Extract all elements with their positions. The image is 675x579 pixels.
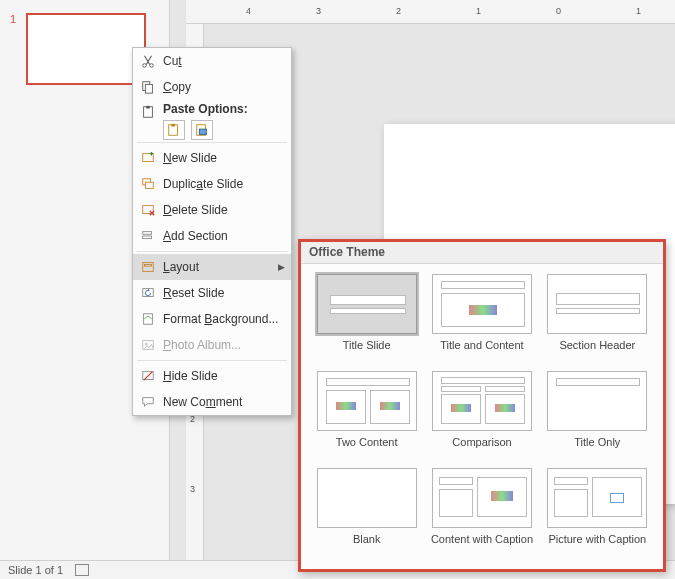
menu-cut[interactable]: Cut — [133, 48, 291, 74]
horizontal-ruler: 4 3 2 1 0 1 — [186, 0, 675, 24]
menu-new-slide[interactable]: New Slide — [133, 145, 291, 171]
layout-title-slide[interactable]: Title Slide — [313, 274, 420, 365]
svg-point-1 — [150, 64, 154, 68]
menu-new-comment[interactable]: New Comment — [133, 389, 291, 415]
format-background-icon — [137, 309, 159, 329]
svg-rect-15 — [143, 236, 152, 239]
layout-blank[interactable]: Blank — [313, 468, 420, 559]
menu-label: Layout — [159, 260, 278, 274]
menu-copy[interactable]: Copy — [133, 74, 291, 100]
photo-album-icon — [137, 335, 159, 355]
ruler-tick: 2 — [396, 6, 401, 16]
layout-flyout: Office Theme Title Slide Title and Conte… — [298, 239, 666, 572]
layout-thumb — [432, 371, 532, 431]
menu-duplicate-slide[interactable]: Duplicate Slide — [133, 171, 291, 197]
ruler-tick: 0 — [556, 6, 561, 16]
menu-format-background[interactable]: Format Background... — [133, 306, 291, 332]
svg-rect-9 — [199, 129, 206, 134]
svg-rect-5 — [146, 106, 150, 109]
cut-icon — [137, 51, 159, 71]
flyout-header: Office Theme — [301, 242, 663, 264]
layout-label: Section Header — [544, 339, 651, 365]
svg-rect-14 — [143, 232, 152, 235]
menu-separator — [137, 142, 287, 143]
copy-icon — [137, 77, 159, 97]
ruler-tick: 4 — [246, 6, 251, 16]
menu-photo-album: Photo Album... — [133, 332, 291, 358]
slide-thumbnail-1[interactable] — [26, 13, 146, 85]
vruler-tick: 3 — [190, 484, 195, 494]
new-slide-icon — [137, 148, 159, 168]
layout-label: Comparison — [428, 436, 535, 462]
menu-add-section[interactable]: Add Section — [133, 223, 291, 249]
menu-reset-slide[interactable]: Reset Slide — [133, 280, 291, 306]
menu-hide-slide[interactable]: Hide Slide — [133, 363, 291, 389]
delete-slide-icon — [137, 200, 159, 220]
menu-label: Hide Slide — [159, 369, 285, 383]
menu-paste-options: Paste Options: — [133, 100, 291, 140]
paste-icon — [137, 102, 159, 122]
layout-thumb — [317, 371, 417, 431]
svg-point-0 — [143, 64, 147, 68]
menu-label: Duplicate Slide — [159, 177, 285, 191]
svg-rect-17 — [145, 264, 152, 266]
layout-label: Two Content — [313, 436, 420, 462]
layout-thumb — [317, 274, 417, 334]
layout-label: Picture with Caption — [544, 533, 651, 559]
reset-slide-icon — [137, 283, 159, 303]
layout-label: Content with Caption — [428, 533, 535, 559]
menu-layout[interactable]: Layout ▶ — [133, 254, 291, 280]
menu-separator — [137, 251, 287, 252]
ruler-tick: 1 — [476, 6, 481, 16]
svg-point-21 — [145, 343, 148, 346]
menu-label: New Comment — [159, 395, 285, 409]
slide-context-menu: Cut Copy Paste Options: New Slide Duplic… — [132, 47, 292, 416]
paste-keep-picture[interactable] — [191, 120, 213, 140]
chevron-right-icon: ▶ — [278, 262, 285, 272]
layout-two-content[interactable]: Two Content — [313, 371, 420, 462]
layout-grid: Title Slide Title and Content Section He… — [301, 264, 663, 569]
menu-label: Format Background... — [159, 312, 285, 326]
slide-number: 1 — [10, 13, 16, 25]
hide-slide-icon — [137, 366, 159, 386]
layout-thumb — [317, 468, 417, 528]
menu-separator — [137, 360, 287, 361]
layout-icon — [137, 257, 159, 277]
menu-label: Delete Slide — [159, 203, 285, 217]
add-section-icon — [137, 226, 159, 246]
layout-thumb — [547, 371, 647, 431]
notes-icon[interactable] — [75, 564, 89, 576]
layout-thumb — [432, 468, 532, 528]
layout-title-only[interactable]: Title Only — [544, 371, 651, 462]
ruler-tick: 1 — [636, 6, 641, 16]
svg-rect-3 — [145, 84, 152, 93]
menu-label: Copy — [159, 80, 285, 94]
ruler-tick: 3 — [316, 6, 321, 16]
status-slide-count: Slide 1 of 1 — [8, 564, 63, 576]
layout-section-header[interactable]: Section Header — [544, 274, 651, 365]
layout-picture-with-caption[interactable]: Picture with Caption — [544, 468, 651, 559]
menu-label: Cut — [159, 54, 285, 68]
layout-thumb — [547, 274, 647, 334]
menu-delete-slide[interactable]: Delete Slide — [133, 197, 291, 223]
layout-label: Title and Content — [428, 339, 535, 365]
duplicate-slide-icon — [137, 174, 159, 194]
layout-thumb — [547, 468, 647, 528]
layout-thumb — [432, 274, 532, 334]
menu-label: Reset Slide — [159, 286, 285, 300]
layout-content-with-caption[interactable]: Content with Caption — [428, 468, 535, 559]
menu-label: Photo Album... — [159, 338, 285, 352]
menu-label: New Slide — [159, 151, 285, 165]
layout-label: Title Only — [544, 436, 651, 462]
menu-label: Add Section — [159, 229, 285, 243]
layout-label: Title Slide — [313, 339, 420, 365]
layout-title-and-content[interactable]: Title and Content — [428, 274, 535, 365]
layout-label: Blank — [313, 533, 420, 559]
layout-comparison[interactable]: Comparison — [428, 371, 535, 462]
new-comment-icon — [137, 392, 159, 412]
workspace: 1 4 3 2 1 0 1 3 2 1 0 1 2 3 Double-ta Sl… — [0, 0, 675, 579]
svg-rect-12 — [145, 182, 153, 188]
svg-rect-7 — [171, 124, 175, 127]
paste-use-destination-theme[interactable] — [163, 120, 185, 140]
menu-label: Paste Options: — [159, 102, 285, 116]
